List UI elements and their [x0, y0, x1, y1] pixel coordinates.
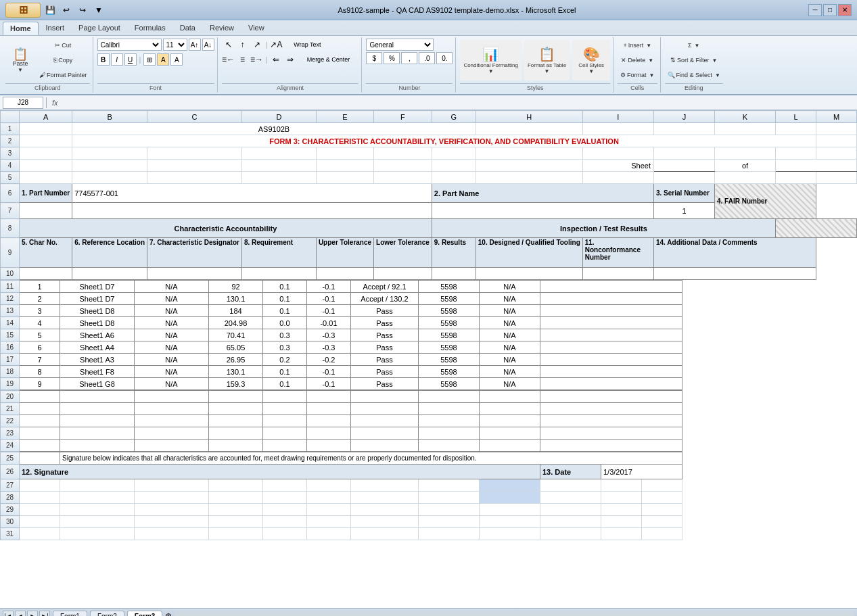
quick-save[interactable]: 💾 [43, 3, 57, 17]
cell-m3[interactable] [816, 147, 857, 160]
cell-19-lower[interactable]: -0.1 [307, 378, 351, 390]
cell-d3[interactable] [241, 147, 316, 160]
decrease-indent-button[interactable]: ⇐ [269, 53, 283, 66]
cell-b5[interactable] [72, 172, 147, 184]
cell-e4[interactable] [316, 160, 373, 172]
cell-11-ref[interactable]: Sheet1 D7 [60, 281, 135, 293]
cell-19-desig[interactable]: N/A [135, 378, 209, 390]
format-as-table-button[interactable]: 📋 Format as Table ▼ [524, 40, 570, 80]
cell-16-upper[interactable]: 0.3 [263, 341, 307, 354]
cell-11-upper[interactable]: 0.1 [263, 281, 307, 293]
percent-button[interactable]: % [384, 52, 400, 64]
tab-view[interactable]: View [241, 22, 271, 35]
sheet-nav-prev[interactable]: ◄ [15, 611, 26, 617]
cell-18-ref[interactable]: Sheet1 F8 [60, 366, 135, 378]
cell-12-result[interactable]: Accept / 130.2 [351, 293, 419, 305]
sheet-tab-form2[interactable]: Form2 [90, 611, 124, 617]
cell-10-e[interactable] [316, 268, 373, 280]
cell-18-upper[interactable]: 0.1 [263, 366, 307, 378]
cell-b3[interactable] [72, 147, 147, 160]
cell-11-num[interactable]: 1 [20, 281, 60, 293]
cell-j1[interactable] [654, 123, 715, 135]
cell-styles-button[interactable]: 🎨 Cell Styles ▼ [572, 40, 610, 80]
cell-l4[interactable] [776, 160, 857, 172]
minimize-button[interactable]: ─ [808, 4, 822, 16]
cell-e5[interactable] [316, 172, 373, 184]
close-button[interactable]: ✕ [838, 4, 852, 16]
cell-19-num[interactable]: 9 [20, 378, 60, 390]
cell-g3[interactable] [432, 147, 476, 160]
align-top-right-button[interactable]: ↗ [250, 39, 264, 51]
cell-h7[interactable] [432, 203, 653, 219]
cell-16-ref[interactable]: Sheet1 A4 [60, 341, 135, 354]
cell-16-result[interactable]: Pass [351, 341, 419, 354]
font-color-button[interactable]: A [170, 53, 183, 66]
cell-19-req[interactable]: 159.3 [209, 378, 263, 390]
align-left-button[interactable]: ≡← [222, 53, 235, 66]
decrease-font-button[interactable]: A↓ [202, 39, 214, 51]
cell-14-num[interactable]: 4 [20, 317, 60, 329]
align-right-button[interactable]: ≡→ [250, 53, 264, 66]
cell-11-desig[interactable]: N/A [135, 281, 209, 293]
cell-j3[interactable] [654, 147, 715, 160]
cell-h4[interactable] [476, 160, 582, 172]
cell-18-desig[interactable]: N/A [135, 366, 209, 378]
italic-button[interactable]: I [111, 53, 123, 66]
sheet-nav-last[interactable]: ►| [39, 611, 50, 617]
find-select-button[interactable]: 🔍Find & Select▼ [665, 68, 723, 82]
cell-a5[interactable] [20, 172, 72, 184]
number-format-select[interactable]: General [366, 39, 434, 51]
cell-15-upper[interactable]: 0.3 [263, 329, 307, 341]
cell-15-req[interactable]: 70.41 [209, 329, 263, 341]
cell-m5[interactable] [816, 172, 857, 184]
cell-17-lower[interactable]: -0.2 [307, 354, 351, 366]
cell-18-result[interactable]: Pass [351, 366, 419, 378]
cell-13-tooling[interactable]: 5598 [419, 305, 480, 317]
cell-12-tooling[interactable]: 5598 [419, 293, 480, 305]
cell-serial-num-value[interactable]: 1 [654, 203, 715, 219]
cell-16-desig[interactable]: N/A [135, 341, 209, 354]
cell-k4[interactable]: of [715, 160, 776, 172]
cell-13-ref[interactable]: Sheet1 D8 [60, 305, 135, 317]
cell-k3[interactable] [715, 147, 776, 160]
cell-10-b[interactable] [72, 268, 147, 280]
angle-text-button[interactable]: ↗A [269, 39, 283, 51]
cell-k5[interactable] [715, 172, 776, 184]
horizontal-scrollbar[interactable] [175, 612, 854, 617]
cell-14-tooling[interactable]: 5598 [419, 317, 480, 329]
cell-14-comments[interactable] [540, 317, 682, 329]
cell-c3[interactable] [147, 147, 242, 160]
cell-14-req[interactable]: 204.98 [209, 317, 263, 329]
cell-14-nc[interactable]: N/A [480, 317, 540, 329]
cell-i5[interactable] [582, 172, 653, 184]
cell-date-value[interactable]: 1/3/2017 [601, 465, 682, 479]
underline-button[interactable]: U [124, 53, 137, 66]
cell-11-req[interactable]: 92 [209, 281, 263, 293]
cell-m1[interactable] [816, 123, 857, 135]
border-button[interactable]: ⊞ [143, 53, 156, 66]
cell-15-nc[interactable]: N/A [480, 329, 540, 341]
wrap-text-button[interactable]: Wrap Text [283, 39, 331, 51]
cell-12-req[interactable]: 130.1 [209, 293, 263, 305]
cell-11-nc[interactable]: N/A [480, 281, 540, 293]
cell-12-ref[interactable]: Sheet1 D7 [60, 293, 135, 305]
restore-button[interactable]: □ [823, 4, 837, 16]
cell-l5[interactable] [776, 172, 816, 184]
cell-10-a[interactable] [20, 268, 72, 280]
cell-a2[interactable] [20, 135, 72, 147]
cell-b7[interactable] [72, 203, 432, 219]
copy-button[interactable]: ⎘Copy [37, 53, 90, 67]
merge-center-button[interactable]: Merge & Center [298, 53, 358, 66]
cell-12-num[interactable]: 2 [20, 293, 60, 305]
tab-formulas[interactable]: Formulas [128, 22, 172, 35]
cell-18-num[interactable]: 8 [20, 366, 60, 378]
cell-11-comments[interactable] [540, 281, 682, 293]
cell-17-req[interactable]: 26.95 [209, 354, 263, 366]
cell-10-j[interactable] [654, 268, 816, 280]
sheet-nav-next[interactable]: ► [27, 611, 38, 617]
cell-14-lower[interactable]: -0.01 [307, 317, 351, 329]
cell-12-desig[interactable]: N/A [135, 293, 209, 305]
font-name-select[interactable]: Calibri [97, 39, 162, 51]
sheet-tab-form1[interactable]: Form1 [53, 611, 87, 617]
cell-j5[interactable] [654, 172, 715, 184]
